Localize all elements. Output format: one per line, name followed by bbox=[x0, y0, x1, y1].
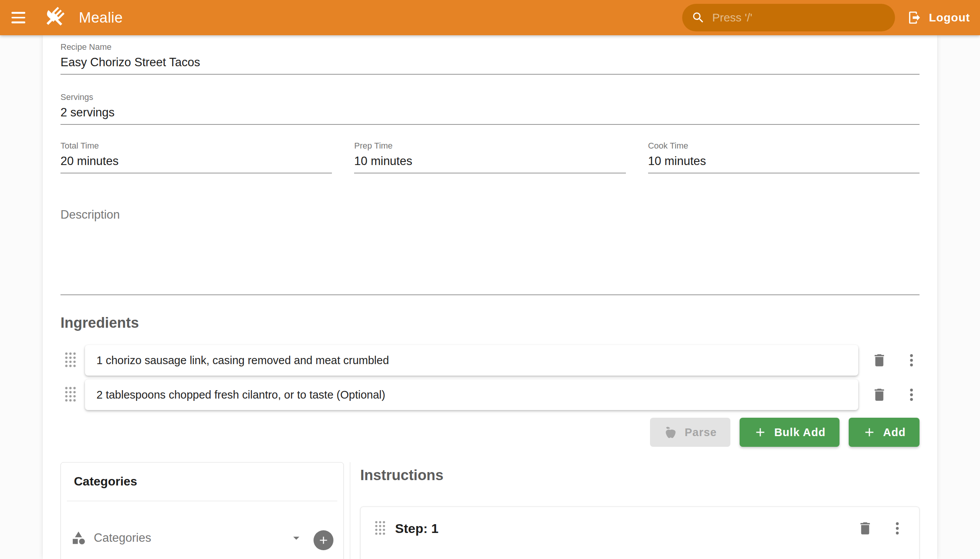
step-card: Step: 1 Combine crumbled chorizo and chi… bbox=[360, 506, 919, 559]
field-underline bbox=[61, 74, 919, 74]
ingredient-menu-button[interactable] bbox=[904, 387, 919, 403]
plus-icon bbox=[863, 425, 876, 439]
step-menu-button[interactable] bbox=[889, 520, 906, 536]
categories-select-label: Categories bbox=[94, 531, 281, 545]
drag-handle-icon[interactable] bbox=[64, 386, 76, 404]
kebab-menu-icon bbox=[904, 387, 919, 403]
divider bbox=[67, 501, 337, 501]
delete-ingredient-button[interactable] bbox=[871, 352, 887, 368]
recipe-name-field[interactable]: Recipe Name Easy Chorizo Street Tacos bbox=[61, 42, 919, 74]
categories-select[interactable]: Categories bbox=[71, 530, 304, 559]
ingredients-heading: Ingredients bbox=[61, 314, 919, 331]
prep-time-label: Prep Time bbox=[354, 141, 626, 150]
search-icon bbox=[691, 11, 705, 25]
categories-card: Categories Categories bbox=[61, 462, 344, 559]
times-row: Total Time 20 minutes Prep Time 10 minut… bbox=[61, 141, 919, 174]
ingredient-row: 1 chorizo sausage link, casing removed a… bbox=[64, 345, 919, 375]
parse-button[interactable]: Parse bbox=[650, 418, 730, 447]
drag-handle-icon[interactable] bbox=[64, 351, 76, 369]
field-underline bbox=[61, 294, 919, 295]
kebab-menu-icon bbox=[904, 352, 919, 368]
add-category-button[interactable] bbox=[314, 530, 334, 550]
field-underline bbox=[61, 173, 332, 174]
cook-time-field[interactable]: Cook Time 10 minutes bbox=[648, 141, 919, 174]
trash-icon bbox=[871, 387, 887, 403]
field-underline bbox=[648, 173, 919, 174]
description-textarea[interactable] bbox=[61, 222, 919, 290]
chevron-down-icon bbox=[289, 531, 304, 545]
instructions-heading: Instructions bbox=[360, 467, 919, 484]
bulk-add-button[interactable]: Bulk Add bbox=[740, 418, 839, 447]
recipe-editor-card: Recipe Name Easy Chorizo Street Tacos Se… bbox=[43, 35, 937, 559]
silverware-logo-icon bbox=[42, 5, 68, 30]
menu-icon[interactable] bbox=[8, 8, 28, 28]
ingredient-row: 2 tablespoons chopped fresh cilantro, or… bbox=[64, 379, 919, 410]
plus-icon bbox=[754, 425, 767, 439]
ingredient-input[interactable]: 2 tablespoons chopped fresh cilantro, or… bbox=[85, 379, 858, 410]
field-underline bbox=[354, 173, 626, 174]
search-bar[interactable] bbox=[682, 4, 895, 31]
trash-icon bbox=[871, 352, 887, 368]
add-label: Add bbox=[883, 426, 906, 439]
drag-handle-icon[interactable] bbox=[374, 520, 386, 537]
field-underline bbox=[61, 124, 919, 125]
kebab-menu-icon bbox=[889, 520, 906, 536]
app-bar: Mealie Logout bbox=[0, 0, 980, 35]
categories-title: Categories bbox=[74, 474, 337, 489]
plus-circle-icon bbox=[317, 534, 330, 546]
search-input[interactable] bbox=[712, 11, 886, 24]
apple-icon bbox=[664, 425, 678, 439]
ingredient-actions: Parse Bulk Add Add bbox=[61, 418, 919, 447]
prep-time-value[interactable]: 10 minutes bbox=[354, 154, 626, 168]
ingredient-menu-button[interactable] bbox=[904, 352, 919, 368]
logout-label: Logout bbox=[929, 11, 970, 24]
total-time-field[interactable]: Total Time 20 minutes bbox=[61, 141, 332, 174]
step-title: Step: 1 bbox=[395, 521, 438, 536]
shapes-icon bbox=[71, 530, 86, 546]
servings-field[interactable]: Servings 2 servings bbox=[61, 92, 919, 125]
bulk-add-label: Bulk Add bbox=[774, 426, 825, 439]
description-label: Description bbox=[61, 208, 919, 222]
cook-time-label: Cook Time bbox=[648, 141, 919, 150]
recipe-name-label: Recipe Name bbox=[61, 42, 919, 52]
delete-step-button[interactable] bbox=[857, 520, 873, 536]
parse-label: Parse bbox=[684, 426, 717, 439]
recipe-name-value[interactable]: Easy Chorizo Street Tacos bbox=[61, 56, 919, 69]
add-button[interactable]: Add bbox=[849, 418, 919, 447]
trash-icon bbox=[857, 520, 873, 536]
bottom-section: Categories Categories bbox=[61, 462, 919, 559]
servings-value[interactable]: 2 servings bbox=[61, 106, 919, 119]
servings-label: Servings bbox=[61, 92, 919, 102]
ingredient-input[interactable]: 1 chorizo sausage link, casing removed a… bbox=[85, 345, 858, 375]
description-field[interactable]: Description bbox=[61, 208, 919, 295]
logout-button[interactable]: Logout bbox=[907, 10, 970, 25]
logout-icon bbox=[907, 10, 922, 25]
instructions-column: Instructions Step: 1 bbox=[360, 462, 919, 559]
app-title: Mealie bbox=[79, 10, 123, 26]
categories-column: Categories Categories bbox=[61, 462, 344, 559]
delete-ingredient-button[interactable] bbox=[871, 387, 887, 403]
total-time-value[interactable]: 20 minutes bbox=[61, 154, 332, 168]
total-time-label: Total Time bbox=[61, 141, 332, 150]
cook-time-value[interactable]: 10 minutes bbox=[648, 154, 919, 168]
prep-time-field[interactable]: Prep Time 10 minutes bbox=[354, 141, 626, 174]
